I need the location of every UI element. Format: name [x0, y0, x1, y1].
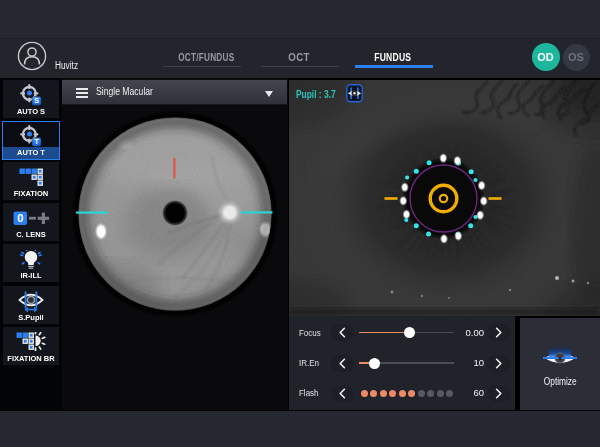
- svg-text:S: S: [34, 97, 39, 104]
- svg-text:T: T: [34, 139, 39, 146]
- svg-text:0: 0: [17, 212, 23, 224]
